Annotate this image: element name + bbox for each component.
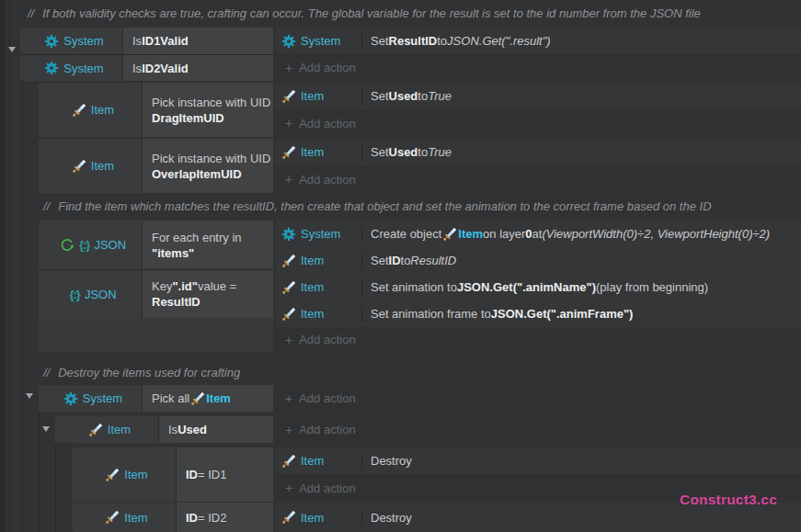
event-block-pick-all[interactable]: SystemPick all Item+Add action bbox=[39, 385, 801, 412]
add-action-label: Add action bbox=[299, 423, 355, 436]
condition-text[interactable]: Is Used bbox=[159, 416, 273, 443]
action-object-cell: System bbox=[276, 28, 361, 54]
action-row[interactable]: ItemDestroy bbox=[276, 447, 801, 474]
add-action-button[interactable]: +Add action bbox=[276, 385, 801, 412]
comment[interactable]: //If both validity checks are true, craf… bbox=[28, 6, 701, 20]
conditions-panel: ItemPick instance with UIDOverlapItemUID bbox=[39, 139, 273, 193]
condition-text[interactable]: ID = ID1 bbox=[177, 447, 273, 502]
gutter-line bbox=[4, 0, 5, 532]
condition-text[interactable]: Pick instance with UIDOverlapItemUID bbox=[143, 139, 273, 193]
gear-icon bbox=[281, 227, 296, 242]
sword-icon bbox=[72, 159, 86, 174]
add-action-button[interactable]: +Add action bbox=[276, 109, 801, 137]
condition-text[interactable]: For each entry in"items" bbox=[143, 221, 273, 269]
event-block-pick-dragitem[interactable]: ItemPick instance with UIDDragItemUID It… bbox=[39, 83, 801, 137]
action-row[interactable]: SystemCreate object Item on layer 0 at (… bbox=[276, 221, 801, 247]
sword-icon bbox=[72, 103, 86, 118]
comment[interactable]: //Destroy the items used for crafting bbox=[43, 366, 240, 379]
condition-text[interactable]: Pick all Item bbox=[143, 385, 273, 412]
text-segment: Set animation to bbox=[371, 280, 457, 294]
text-segment: ID bbox=[389, 254, 401, 267]
object-name: Item bbox=[124, 511, 147, 525]
text-segment: True bbox=[428, 145, 452, 159]
actions-column: SystemCreate object Item on layer 0 at (… bbox=[276, 221, 801, 352]
condition-text[interactable]: Pick instance with UIDDragItemUID bbox=[143, 83, 273, 137]
comment[interactable]: //Find the item which matches the result… bbox=[43, 199, 712, 213]
conditions-panel: ItemID = ID1 bbox=[72, 447, 273, 502]
object-name: System bbox=[63, 62, 103, 75]
object-name: Item bbox=[301, 254, 324, 267]
sword-icon bbox=[281, 89, 296, 104]
event-block-json-foreach[interactable]: {:}JSONFor each entry in"items"{:}JSONKe… bbox=[39, 221, 801, 352]
condition-row[interactable]: ItemPick instance with UIDDragItemUID bbox=[39, 83, 273, 137]
event-block-is-used[interactable]: ItemIs Used+Add action bbox=[55, 416, 801, 443]
condition-object-cell[interactable]: System bbox=[39, 385, 143, 412]
action-row[interactable]: ItemSet Used to True bbox=[276, 83, 801, 109]
event-block-validity-check[interactable]: SystemIs ID1Valid SystemIs ID2Valid Syst… bbox=[20, 28, 801, 81]
comment-prefix: // bbox=[43, 366, 50, 379]
condition-row[interactable]: ItemPick instance with UIDOverlapItemUID bbox=[39, 139, 273, 193]
action-row[interactable]: ItemSet ID to ResultID bbox=[276, 247, 801, 274]
action-text: Set Used to True bbox=[362, 89, 452, 103]
object-name: System bbox=[301, 34, 340, 48]
sword-icon bbox=[88, 423, 103, 437]
text-segment: Pick all bbox=[152, 391, 189, 406]
condition-text[interactable]: ID = ID2 bbox=[177, 503, 273, 532]
add-action-button[interactable]: +Add action bbox=[276, 165, 801, 193]
sword-icon bbox=[442, 227, 457, 242]
condition-object-cell[interactable]: System bbox=[20, 55, 123, 81]
condition-row[interactable]: {:}JSONKey ".id" value =ResultID bbox=[39, 269, 273, 318]
event-block-pick-overlapitem[interactable]: ItemPick instance with UIDOverlapItemUID… bbox=[39, 139, 801, 193]
action-row[interactable]: SystemSet ResultID to JSON.Get(".result"… bbox=[276, 28, 801, 54]
condition-row[interactable]: ItemID = ID1 bbox=[72, 447, 273, 502]
action-object-cell: Item bbox=[276, 83, 361, 109]
actions-column: ItemSet Used to True+Add action bbox=[276, 83, 801, 137]
condition-object-cell[interactable]: Item bbox=[39, 139, 143, 193]
condition-text-line: ID = ID1 bbox=[186, 467, 273, 482]
condition-row[interactable]: SystemPick all Item bbox=[39, 385, 273, 412]
gear-icon bbox=[44, 61, 59, 75]
collapse-toggle[interactable] bbox=[26, 393, 33, 399]
condition-object-cell[interactable]: Item bbox=[72, 447, 177, 502]
condition-text-line: Is Used bbox=[168, 422, 273, 437]
action-object-cell: Item bbox=[276, 247, 361, 274]
condition-object-cell[interactable]: Item bbox=[72, 503, 177, 532]
text-segment: Is bbox=[132, 61, 142, 76]
action-object-cell: Item bbox=[276, 503, 361, 532]
object-name: Item bbox=[124, 468, 147, 481]
add-action-button[interactable]: +Add action bbox=[276, 327, 801, 352]
action-row[interactable]: ItemSet Used to True bbox=[276, 139, 801, 165]
indent-guide bbox=[22, 81, 23, 532]
action-row[interactable]: ItemSet animation frame to JSON.Get(".an… bbox=[276, 300, 801, 327]
condition-row[interactable]: SystemIs ID2Valid bbox=[20, 54, 273, 81]
collapse-toggle[interactable] bbox=[42, 426, 50, 432]
object-name: Item bbox=[301, 307, 324, 321]
condition-row[interactable]: ItemID = ID2 bbox=[72, 503, 273, 532]
text-segment: = ID2 bbox=[198, 510, 226, 526]
condition-row[interactable]: {:}JSONFor each entry in"items" bbox=[39, 221, 273, 269]
condition-object-cell[interactable]: {:}JSON bbox=[39, 221, 143, 269]
text-segment: Used bbox=[177, 422, 207, 437]
condition-row[interactable]: ItemIs Used bbox=[55, 416, 273, 443]
action-row[interactable]: ItemSet animation to JSON.Get(".animName… bbox=[276, 274, 801, 300]
condition-object-cell[interactable]: {:}JSON bbox=[39, 270, 143, 318]
add-action-label: Add action bbox=[299, 391, 355, 405]
object-name: Item bbox=[301, 280, 324, 294]
indent-guide bbox=[39, 412, 40, 532]
condition-text[interactable]: Key ".id" value =ResultID bbox=[143, 270, 273, 318]
collapse-toggle[interactable] bbox=[8, 47, 16, 52]
sword-icon bbox=[281, 510, 296, 525]
condition-text[interactable]: Is ID1Valid bbox=[123, 28, 273, 54]
condition-object-cell[interactable]: Item bbox=[39, 83, 143, 137]
text-segment: ResultID bbox=[410, 254, 456, 267]
text-segment: For each entry in bbox=[152, 230, 242, 245]
add-action-button[interactable]: +Add action bbox=[276, 416, 801, 443]
condition-row[interactable]: SystemIs ID1Valid bbox=[20, 28, 273, 54]
action-text: Set animation to JSON.Get(".animName") (… bbox=[362, 280, 708, 294]
add-action-button[interactable]: +Add action bbox=[276, 54, 801, 81]
action-text: Set animation frame to JSON.Get(".animFr… bbox=[362, 307, 633, 321]
condition-object-cell[interactable]: System bbox=[20, 28, 123, 54]
condition-object-cell[interactable]: Item bbox=[55, 416, 159, 443]
condition-text[interactable]: Is ID2Valid bbox=[123, 55, 273, 81]
text-segment: ID1Valid bbox=[142, 33, 189, 49]
